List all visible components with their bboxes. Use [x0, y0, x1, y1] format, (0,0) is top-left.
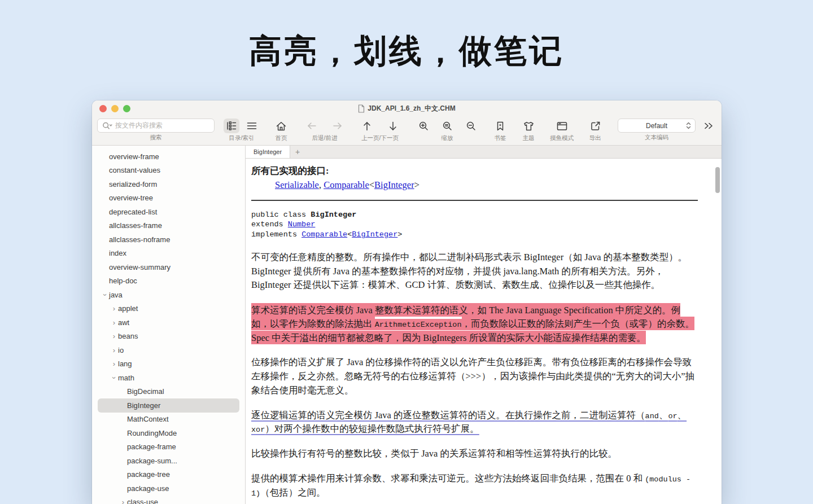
sidebar-item-label: applet — [118, 304, 138, 313]
sidebar-item-label: io — [118, 346, 124, 354]
export-button[interactable] — [587, 119, 603, 133]
doc-text: 位移操作的语义扩展了 Java 的位移操作符的语义以允许产生负位移距离。带有负位… — [251, 357, 694, 396]
sidebar-item-label: serialized-form — [109, 180, 157, 189]
doc-text: 不可变的任意精度的整数。所有操作中，都以二进制补码形式表示 BigInteger… — [251, 252, 687, 291]
sidebar-item-awt[interactable]: ›awt — [98, 315, 239, 330]
menu-lines-icon — [246, 121, 257, 131]
sidebar-item-deprecated-list[interactable]: deprecated-list — [98, 205, 239, 219]
doc-text: ）对两个操作数中的较短操作数隐式执行符号扩展。 — [265, 423, 479, 434]
doc-text: < — [369, 179, 374, 190]
sidebar-item-applet[interactable]: ›applet — [98, 302, 239, 316]
sidebar-item-package-use[interactable]: package-use — [98, 481, 239, 496]
sidebar-item-index[interactable]: index — [98, 247, 239, 261]
zoom-label: 缩放 — [442, 134, 453, 142]
chevron-right-icon[interactable]: › — [110, 304, 118, 313]
sidebar-item-overview-summary[interactable]: overview-summary — [98, 260, 239, 274]
export-label: 导出 — [589, 134, 601, 142]
code-line: extends Number — [251, 220, 698, 230]
sidebar-item-roundingmode[interactable]: RoundingMode — [98, 426, 239, 440]
bookmark-button[interactable] — [492, 119, 508, 133]
zoom-in-button[interactable] — [416, 119, 431, 133]
minimize-window-button[interactable] — [111, 105, 119, 112]
sidebar-item-serialized-form[interactable]: serialized-form — [98, 177, 239, 191]
sidebar-item-package-sum-[interactable]: package-sum... — [98, 454, 239, 468]
dropdown-stepper-icon — [685, 121, 692, 130]
sidebar-item-mathcontext[interactable]: MathContext — [98, 413, 239, 427]
forward-button[interactable] — [330, 119, 346, 133]
vertical-scrollbar-thumb[interactable] — [715, 167, 720, 193]
doc-link[interactable]: Serializable — [275, 179, 319, 190]
doc-text: 逐位逻辑运算的语义完全模仿 Java 的逐位整数运算符的语义。在执行操作之前，二… — [251, 410, 645, 420]
chevron-right-icon[interactable]: › — [119, 498, 127, 504]
sidebar-item-lang[interactable]: ›lang — [98, 357, 239, 371]
toolbar-overflow-button[interactable] — [703, 116, 714, 132]
sidebar-item-package-tree[interactable]: package-tree — [98, 468, 239, 482]
chevron-right-icon[interactable]: › — [110, 360, 118, 368]
zoom-reset-icon — [442, 121, 453, 132]
back-button[interactable] — [304, 119, 320, 133]
new-tab-button[interactable]: + — [290, 146, 305, 158]
doc-link[interactable]: Comparable — [324, 179, 369, 190]
next-page-button[interactable] — [385, 119, 401, 133]
doc-text: and — [645, 412, 659, 420]
sidebar-item-bigdecimal[interactable]: BigDecimal — [98, 385, 239, 399]
doc-text: public class — [251, 211, 311, 219]
sidebar-item-label: overview-summary — [109, 263, 171, 271]
search-label: 搜索 — [150, 134, 162, 142]
doc-link[interactable]: Number — [288, 220, 316, 229]
sidebar-item-constant-values[interactable]: constant-values — [98, 164, 239, 178]
tab-biginteger[interactable]: BigInteger — [246, 146, 290, 158]
chevron-right-icon[interactable]: › — [110, 318, 118, 327]
sidebar-item-label: beans — [118, 332, 138, 340]
sidebar-item-label: MathContext — [127, 415, 169, 423]
sidebar-item-java[interactable]: ›java — [98, 288, 239, 302]
sidebar-item-label: overview-frame — [109, 152, 159, 161]
slack-mode-button[interactable] — [554, 119, 570, 133]
sidebar-item-beans[interactable]: ›beans — [98, 330, 239, 344]
sidebar-item-overview-tree[interactable]: overview-tree — [98, 191, 239, 205]
fullscreen-window-button[interactable] — [123, 105, 130, 112]
zoom-out-button[interactable] — [463, 119, 479, 133]
zoom-reset-button[interactable] — [439, 119, 455, 133]
sidebar-item-allclasses-noframe[interactable]: allclasses-noframe — [98, 233, 239, 247]
sidebar-item-label: package-sum... — [127, 457, 177, 465]
sidebar-item-package-frame[interactable]: package-frame — [98, 440, 239, 454]
sidebar-item-allclasses-frame[interactable]: allclasses-frame — [98, 219, 239, 233]
theme-tshirt-icon — [523, 121, 535, 132]
chevron-down-icon[interactable]: › — [101, 291, 110, 299]
doc-link[interactable]: Comparable — [301, 230, 347, 239]
underlined-paragraph: 逐位逻辑运算的语义完全模仿 Java 的逐位整数运算符的语义。在执行操作之前，二… — [251, 409, 698, 437]
sidebar-item-label: package-tree — [127, 470, 170, 479]
doc-link[interactable]: BigInteger — [374, 179, 414, 190]
home-button[interactable] — [273, 119, 289, 133]
chevron-down-icon[interactable]: › — [110, 374, 119, 382]
sidebar-item-io[interactable]: ›io — [98, 343, 239, 357]
highlighted-paragraph: 算术运算的语义完全模仿 Java 整数算术运算符的语义，如 The Java L… — [251, 303, 698, 345]
sidebar-item-label: math — [118, 374, 134, 382]
doc-text: > — [414, 179, 419, 190]
close-window-button[interactable] — [99, 105, 107, 112]
chevron-right-icon[interactable]: › — [110, 346, 118, 354]
text-encoding-select[interactable]: Default — [618, 119, 696, 133]
doc-text: xor — [251, 426, 265, 434]
doc-text: （包括）之间。 — [260, 487, 326, 498]
toc-tree-button[interactable] — [224, 119, 239, 133]
menu-lines-button[interactable] — [244, 119, 260, 133]
doc-link[interactable]: BigInteger — [352, 230, 397, 239]
document-icon — [358, 104, 365, 113]
previous-page-button[interactable] — [359, 119, 375, 133]
sidebar-item-label: allclasses-frame — [109, 221, 162, 230]
sidebar-item-overview-frame[interactable]: overview-frame — [98, 150, 239, 164]
back-arrow-icon — [306, 121, 317, 130]
sidebar-item-biginteger[interactable]: BigInteger — [98, 398, 239, 413]
sidebar-item-class-use[interactable]: ›class-use — [98, 496, 239, 504]
sidebar-item-math[interactable]: ›math — [98, 371, 239, 385]
prev-next-page-label: 上一页/下一页 — [361, 134, 399, 142]
sidebar-item-label: class-use — [127, 498, 158, 504]
chevron-right-icon[interactable]: › — [110, 332, 118, 340]
theme-button[interactable] — [521, 119, 536, 133]
window-title: JDK_API_1.6_zh_中文.CHM — [92, 104, 722, 113]
text-encoding-value: Default — [646, 122, 667, 130]
sidebar-item-help-doc[interactable]: help-doc — [98, 274, 239, 288]
search-input[interactable]: 按文件内容搜索 — [97, 119, 215, 133]
